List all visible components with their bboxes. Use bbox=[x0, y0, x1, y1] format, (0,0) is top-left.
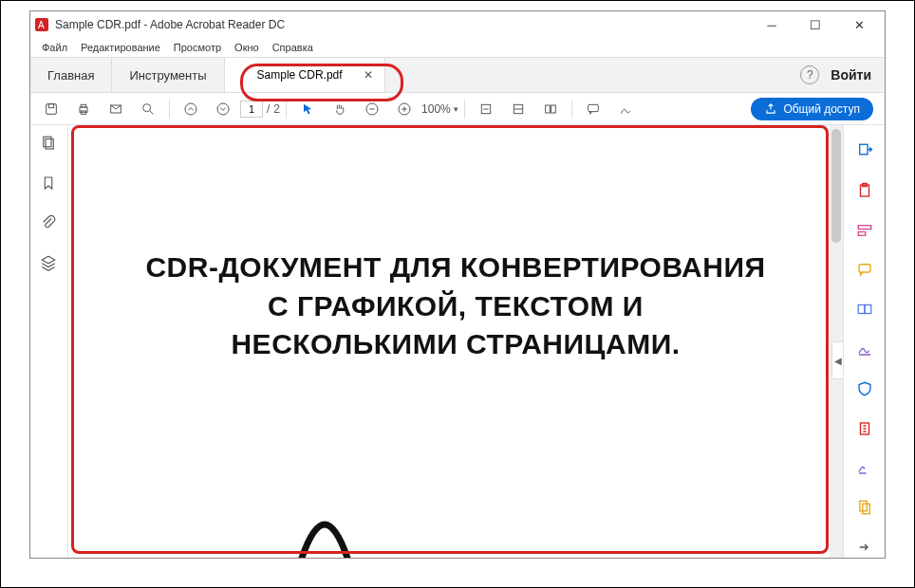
svg-rect-2 bbox=[47, 103, 57, 114]
close-button[interactable]: ✕ bbox=[837, 11, 881, 38]
zoom-out-icon[interactable] bbox=[357, 96, 387, 122]
svg-point-10 bbox=[217, 103, 229, 115]
zoom-in-icon[interactable] bbox=[389, 96, 420, 122]
left-sidebar bbox=[30, 125, 68, 558]
document-graphic bbox=[268, 463, 382, 558]
print-icon[interactable] bbox=[68, 96, 99, 122]
fit-width-icon[interactable] bbox=[471, 96, 501, 122]
page-sep: / bbox=[267, 102, 270, 116]
save-icon[interactable] bbox=[36, 96, 66, 122]
organize-icon[interactable] bbox=[854, 497, 875, 518]
right-panel-toggle[interactable]: ◀ bbox=[831, 341, 843, 379]
layers-icon[interactable] bbox=[40, 254, 59, 273]
menu-file[interactable]: Файл bbox=[36, 40, 73, 55]
comment-tool-icon[interactable] bbox=[854, 259, 875, 280]
svg-rect-22 bbox=[858, 225, 871, 229]
svg-text:A: A bbox=[38, 20, 45, 30]
headline-line1: CDR-ДОКУМЕНТ ДЛЯ КОНВЕРТИРОВАНИЯ bbox=[87, 248, 824, 287]
svg-rect-25 bbox=[858, 305, 865, 314]
scrollbar-thumb[interactable] bbox=[831, 129, 841, 243]
menubar: Файл Редактирование Просмотр Окно Справк… bbox=[30, 38, 885, 57]
share-button[interactable]: Общий доступ bbox=[751, 98, 873, 120]
sign-icon[interactable] bbox=[610, 96, 641, 122]
svg-rect-29 bbox=[862, 504, 869, 514]
compress-icon[interactable] bbox=[854, 418, 875, 439]
page-current-input[interactable] bbox=[240, 101, 263, 118]
page-up-icon[interactable] bbox=[176, 96, 206, 122]
zoom-level[interactable]: 100%▾ bbox=[421, 102, 458, 116]
search-icon[interactable] bbox=[133, 96, 163, 122]
view-mode-icon[interactable] bbox=[535, 96, 566, 122]
right-sidebar bbox=[843, 125, 885, 558]
menu-view[interactable]: Просмотр bbox=[168, 40, 227, 55]
export-pdf-icon[interactable] bbox=[854, 140, 875, 161]
svg-rect-5 bbox=[81, 104, 85, 107]
bookmark-icon[interactable] bbox=[40, 175, 59, 193]
menu-help[interactable]: Справка bbox=[267, 40, 319, 55]
tabbar: Главная Инструменты Sample CDR.pdf ✕ ? В… bbox=[30, 57, 885, 93]
fit-page-icon[interactable] bbox=[503, 96, 533, 122]
document-page[interactable]: CDR-ДОКУМЕНТ ДЛЯ КОНВЕРТИРОВАНИЯ С ГРАФИ… bbox=[68, 125, 843, 558]
svg-rect-17 bbox=[588, 104, 598, 111]
svg-rect-24 bbox=[859, 265, 870, 272]
window-title: Sample CDR.pdf - Adobe Acrobat Reader DC bbox=[55, 18, 285, 31]
page-down-icon[interactable] bbox=[208, 96, 238, 122]
page-indicator: / 2 bbox=[240, 101, 280, 118]
body: CDR-ДОКУМЕНТ ДЛЯ КОНВЕРТИРОВАНИЯ С ГРАФИ… bbox=[30, 125, 885, 558]
maximize-button[interactable]: ☐ bbox=[794, 11, 837, 38]
attachment-icon[interactable] bbox=[40, 214, 59, 233]
minimize-button[interactable]: ─ bbox=[750, 11, 794, 38]
document-area: CDR-ДОКУМЕНТ ДЛЯ КОНВЕРТИРОВАНИЯ С ГРАФИ… bbox=[68, 125, 843, 558]
login-button[interactable]: Войти bbox=[831, 67, 871, 83]
svg-rect-16 bbox=[551, 105, 555, 113]
document-headline: CDR-ДОКУМЕНТ ДЛЯ КОНВЕРТИРОВАНИЯ С ГРАФИ… bbox=[87, 248, 824, 364]
tab-document-label: Sample CDR.pdf bbox=[257, 68, 343, 82]
svg-rect-18 bbox=[43, 137, 50, 147]
tab-close-icon[interactable]: ✕ bbox=[360, 66, 377, 83]
tab-tools[interactable]: Инструменты bbox=[112, 58, 224, 92]
more-tools-icon[interactable] bbox=[854, 537, 875, 558]
svg-point-8 bbox=[143, 103, 151, 111]
toolbar: / 2 100%▾ Общий доступ bbox=[30, 93, 885, 125]
svg-rect-3 bbox=[48, 103, 53, 107]
menu-edit[interactable]: Редактирование bbox=[75, 40, 166, 55]
combine-icon[interactable] bbox=[854, 299, 875, 320]
svg-rect-23 bbox=[858, 231, 866, 235]
mail-icon[interactable] bbox=[101, 96, 131, 122]
share-label: Общий доступ bbox=[783, 102, 860, 116]
menu-window[interactable]: Окно bbox=[229, 40, 265, 55]
svg-rect-20 bbox=[859, 144, 867, 155]
svg-point-9 bbox=[185, 103, 196, 115]
svg-rect-28 bbox=[859, 501, 867, 511]
tab-document[interactable]: Sample CDR.pdf ✕ bbox=[225, 58, 385, 92]
headline-line2: С ГРАФИКОЙ, ТЕКСТОМ И bbox=[87, 287, 824, 326]
protect-icon[interactable] bbox=[854, 378, 875, 399]
app-icon: A bbox=[34, 17, 49, 32]
titlebar: A Sample CDR.pdf - Adobe Acrobat Reader … bbox=[30, 11, 885, 38]
redact-icon[interactable] bbox=[854, 458, 875, 479]
edit-pdf-icon[interactable] bbox=[854, 220, 875, 241]
fill-sign-icon[interactable] bbox=[854, 339, 875, 359]
pointer-icon[interactable] bbox=[292, 96, 323, 122]
svg-rect-19 bbox=[46, 139, 53, 150]
thumbnails-icon[interactable] bbox=[40, 135, 59, 154]
svg-rect-15 bbox=[545, 105, 550, 113]
app-window: A Sample CDR.pdf - Adobe Acrobat Reader … bbox=[29, 10, 886, 559]
hand-icon[interactable] bbox=[325, 96, 355, 122]
comment-icon[interactable] bbox=[578, 96, 608, 122]
tab-home[interactable]: Главная bbox=[30, 58, 112, 92]
headline-line3: НЕСКОЛЬКИМИ СТРАНИЦАМИ. bbox=[87, 325, 824, 364]
svg-rect-26 bbox=[865, 305, 871, 314]
page-total: 2 bbox=[273, 102, 280, 116]
help-icon[interactable]: ? bbox=[800, 65, 819, 84]
create-pdf-icon[interactable] bbox=[854, 180, 875, 201]
